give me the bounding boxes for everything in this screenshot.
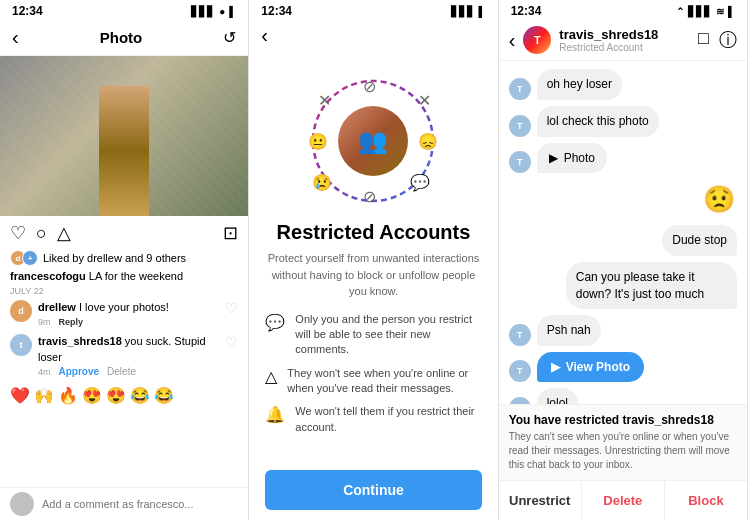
msg-3: Dude stop [662,225,737,256]
feature-3-icon: 🔔 [265,405,285,424]
liked-by: d + Liked by drellew and 9 others [0,250,248,268]
post-title: Photo [100,29,143,46]
features-list: 💬 Only you and the person you restrict w… [265,312,481,436]
post-actions: ♡ ○ △ ⊡ [0,216,248,250]
comment-2-user: travis_shreds18 [38,335,122,347]
delete-button[interactable]: Delete [107,365,136,379]
status-icons-2: ▋▋▋ ▌ [451,6,486,17]
play-icon-2: ▶ [551,360,560,374]
panel-photo-post: 12:34 ▋▋▋ ● ▌ ‹ Photo ↺ ♡ ○ △ ⊡ d + Like… [0,0,249,520]
msg-photo-avatar: T [509,151,531,173]
msg-2-avatar: T [509,115,531,137]
comment-1-reply[interactable]: Reply [59,316,84,329]
status-time-2: 12:34 [261,4,292,18]
user-avatar [10,492,34,516]
msg-row-6: T lolol [509,388,737,404]
status-icons-1: ▋▋▋ ● ▌ [191,6,236,17]
block-button[interactable]: Block [665,481,747,520]
orbit-icon-4: 💬 [409,171,431,193]
restricted-notice-title: You have restricted travis_shreds18 [509,413,737,427]
save-button[interactable]: ⊡ [223,222,238,244]
reaction-heart[interactable]: ❤️ [10,386,30,405]
p2-nav: ‹ [249,20,497,51]
msg-photo-label: Photo [564,151,595,165]
view-photo-button[interactable]: ▶ View Photo [537,352,644,382]
info-icon[interactable]: ⓘ [719,28,737,52]
comment-2-avatar: t [10,334,32,356]
status-time-1: 12:34 [12,4,43,18]
comment-2-time: 4m [38,366,51,379]
chat-username: travis_shreds18 [559,27,690,42]
signal-icon-2: ▋▋▋ [451,6,475,17]
msg-view-photo-avatar: T [509,360,531,382]
comment-1: d drellew I love your photos! 9m Reply ♡ [0,297,248,331]
reaction-fire[interactable]: 🔥 [58,386,78,405]
msg-row-2: T lol check this photo [509,106,737,137]
location-icon: ⌃ [676,6,684,17]
msg-5-avatar: T [509,324,531,346]
status-bar-2: 12:34 ▋▋▋ ▌ [249,0,497,20]
comment-2-like-icon[interactable]: ♡ [225,334,238,350]
msg-row-photo: T ▶ Photo [509,143,737,173]
caption-user: francescofogu [10,270,86,282]
approve-button[interactable]: Approve [59,365,100,379]
feature-1: 💬 Only you and the person you restrict w… [265,312,481,358]
msg-row-1: T oh hey loser [509,69,737,100]
status-time-3: 12:34 [511,4,542,18]
status-icons-3: ⌃ ▋▋▋ ≋ ▌ [676,6,735,17]
reaction-laugh2[interactable]: 😂 [154,386,174,405]
msg-row-emoji: 😟 [509,179,737,219]
unrestrict-button[interactable]: Unrestrict [499,481,582,520]
p2-content: 👥 ⊘ ✕ 😞 💬 ⊘ 😢 😐 ✕ Restricted Accounts Pr… [249,51,497,520]
restricted-subtitle: Protect yourself from unwanted interacti… [265,250,481,300]
continue-button[interactable]: Continue [265,470,481,510]
battery-icon-3: ▌ [728,6,735,17]
like-button[interactable]: ♡ [10,222,26,244]
status-bar-3: 12:34 ⌃ ▋▋▋ ≋ ▌ [499,0,747,20]
msg-row-4: Can you please take it down? It's just t… [509,262,737,310]
comment-1-text: I love your photos! [79,301,169,313]
reaction-eyes[interactable]: 😍 [82,386,102,405]
wifi-icon-3: ≋ [716,6,724,17]
back-button[interactable]: ‹ [12,26,19,49]
chat-back-button[interactable]: ‹ [509,29,516,52]
feature-2-icon: △ [265,367,277,386]
chat-status-label: Restricted Account [559,42,690,53]
post-date: JULY 22 [0,285,248,297]
feature-2: △ They won't see when you're online or w… [265,366,481,397]
comment-1-like-icon[interactable]: ♡ [225,300,238,316]
msg-row-view-photo: T ▶ View Photo [509,352,737,382]
p2-back-button[interactable]: ‹ [261,24,268,46]
panel-restricted-accounts: 12:34 ▋▋▋ ▌ ‹ 👥 [249,0,498,520]
orbit-icon-8: ✕ [313,89,335,111]
reaction-raise[interactable]: 🙌 [34,386,54,405]
refresh-icon[interactable]: ↺ [223,28,236,47]
comment-input[interactable] [42,498,238,510]
feature-1-icon: 💬 [265,313,285,332]
play-icon: ▶ [549,151,558,165]
chat-messages: T oh hey loser T lol check this photo T … [499,61,747,404]
post-image [0,56,248,216]
msg-1: oh hey loser [537,69,622,100]
msg-6: lolol [537,388,578,404]
orbit-icon-5: ⊘ [358,185,380,207]
panel-chat: 12:34 ⌃ ▋▋▋ ≋ ▌ ‹ T travis_shreds18 Rest… [499,0,748,520]
reaction-laugh[interactable]: 😂 [130,386,150,405]
msg-4: Can you please take it down? It's just t… [566,262,737,310]
msg-2: lol check this photo [537,106,659,137]
chat-actions: Unrestrict Delete Block [499,480,747,520]
status-bar-1: 12:34 ▋▋▋ ● ▌ [0,0,248,20]
delete-chat-button[interactable]: Delete [582,481,665,520]
wifi-icon: ● [219,6,225,17]
reaction-love[interactable]: 😍 [106,386,126,405]
msg-row-3: Dude stop [509,225,737,256]
comment-2: t travis_shreds18 you suck. Stupid loser… [0,331,248,382]
video-call-icon[interactable]: □ [698,28,709,52]
comment-button[interactable]: ○ [36,223,47,244]
msg-6-avatar: T [509,397,531,404]
caption-text: LA for the weekend [89,270,183,282]
msg-photo-bubble: ▶ Photo [537,143,607,173]
battery-icon: ▌ [229,6,236,17]
share-button[interactable]: △ [57,222,71,244]
msg-emoji: 😟 [701,179,737,219]
